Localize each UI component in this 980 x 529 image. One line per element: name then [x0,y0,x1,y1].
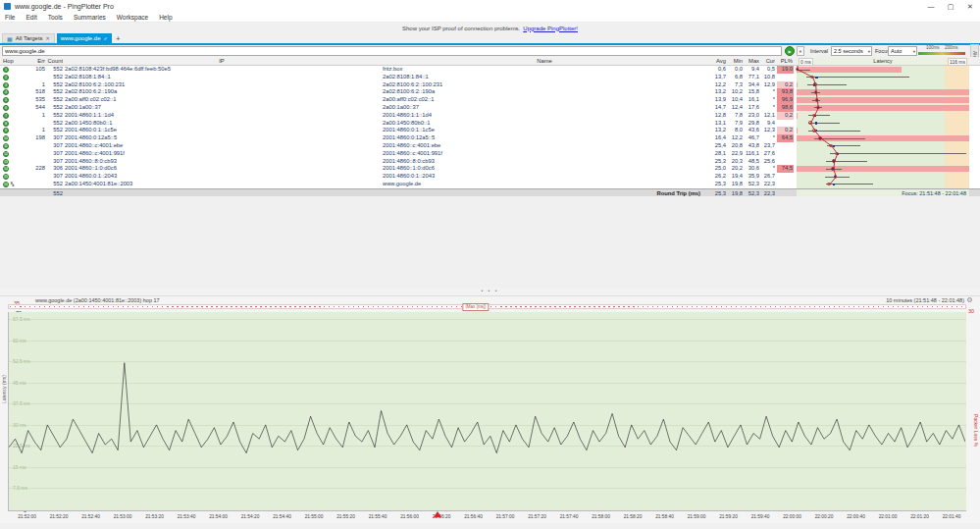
ip-cell: 2001:4860::c:4001:991f [65,150,379,158]
hop-badge: 12 [3,151,9,157]
ip-cell: 2a00:1450:4001:81e::2003 [65,181,379,188]
upgrade-link[interactable]: Upgrade PingPlotter! [523,26,578,31]
table-row[interactable]: 915522001:4860:0:1::1c5e2001:4860:0:1::1… [0,127,980,134]
target-input[interactable] [2,46,782,56]
name-cell: www.google.de [383,181,706,188]
err-cell: 1 [18,127,45,134]
new-tab-button[interactable]: + [114,33,123,43]
interval-select[interactable]: 2.5 seconds▾ [831,46,872,56]
timeline-options-icon[interactable] [967,297,972,302]
table-row[interactable]: 715522001:4860:1:1::1d42001:4860:1:1::1d… [0,112,980,120]
table-row[interactable]: 123072001:4860::c:4001:991f2001:4860::c:… [0,150,980,158]
table-row[interactable]: 133072001:4860::8:0:cb932001:4860::8:0:c… [0,158,980,166]
table-row[interactable]: 45185522a02:8100:6:2::190a2a02:8100:6:2:… [0,88,980,96]
loss-bar [797,166,969,172]
err-cell [18,181,45,188]
err-cell [18,120,45,128]
col-min[interactable]: Min [728,57,743,65]
cur-cell: 10,8 [761,74,775,81]
count-cell: 552 [47,81,63,89]
current-marker [813,82,817,86]
avg-cell: 25,0 [702,165,726,173]
play-button[interactable]: ▶ [785,46,795,56]
hop-badge: 15 [3,174,9,180]
event-marker-icon[interactable] [434,511,441,517]
pane-splitter[interactable]: • • • [0,288,980,296]
err-cell [18,74,45,81]
cur-cell: 9,4 [761,120,775,128]
avg-cell: 12,8 [702,112,726,120]
current-marker [810,76,814,79]
avg-cell: 13,1 [702,120,726,128]
count-cell: 552 [47,120,63,128]
col-avg[interactable]: Avg [702,57,726,65]
min-cell: 12,4 [728,104,743,112]
table-row[interactable]: 315522a02:8100:6:2::100:2312a02:8100:6:2… [0,81,980,89]
menu-edit[interactable]: Edit [26,14,36,21]
table-row[interactable]: 153072001:4860:0:1::20432001:4860:0:1::2… [0,173,980,181]
latency-graph-header: 0 ms Latency 116 ms [797,57,969,65]
close-icon[interactable]: ✕ [960,0,980,13]
err-cell: 1 [18,81,45,89]
col-hop[interactable]: Hop [3,57,15,65]
tab-close-icon[interactable]: ✕ [46,35,50,41]
avg-cell: 13,9 [702,96,726,104]
focus-select[interactable]: Auto▾ [888,46,917,56]
latency-graph-cell [797,66,969,74]
menu-workspace[interactable]: Workspace [117,14,148,21]
table-row[interactable]: 16▚5522a00:1450:4001:81e::2003www.google… [0,181,980,188]
timeline-plot[interactable]: 67.5 ms60 ms52.5 ms45 ms37.5 ms30 ms22.5… [8,312,966,511]
col-err[interactable]: Err [18,57,45,65]
round-trip-label: Round Trip (ms) [589,189,700,196]
focus-range-label: Focus: 21:51:48 - 22:01:48 [902,189,966,196]
avg-cell: 13,2 [702,127,726,134]
err-cell [18,150,45,158]
table-row[interactable]: 101983072001:4860:0:12a5::52001:4860:0:1… [0,134,980,142]
col-name[interactable]: Name [383,57,706,65]
time-tick-label: 22:00:20 [815,514,834,519]
menu-tools[interactable]: Tools [48,14,63,21]
table-row[interactable]: 11055522a02:8108:423f:bd98:464e:6dff:fee… [0,66,980,74]
ip-cell: 2a02:8100:6:2::190a [65,88,379,96]
col-cur[interactable]: Cur [761,57,775,65]
hop-badge: 13 [3,159,9,165]
menu-help[interactable]: Help [159,14,172,21]
loss-bar [797,128,798,133]
name-cell: 2001:4860:0:1::1c5e [383,127,706,134]
maximize-icon[interactable]: ▢ [941,0,960,13]
table-row[interactable]: 85522a00:1450:80b0::12a00:1450:80b0::113… [0,120,980,128]
loss-bar [797,105,969,111]
menu-summaries[interactable]: Summaries [74,14,106,21]
play-dropdown-icon[interactable]: ▾ [797,46,804,56]
col-max[interactable]: Max [745,57,759,65]
time-tick-label: 22:01:00 [879,514,898,519]
table-row[interactable]: 113072001:4860::c:4001:ebe2001:4860::c:4… [0,142,980,150]
menu-file[interactable]: File [5,14,15,21]
min-cell: 20,3 [728,158,743,166]
table-header: Hop Err Count IP Name Avg Min Max Cur PL… [0,57,980,66]
table-row[interactable]: 55355522a00:aff0:c02:c02::12a00:aff0:c02… [0,96,980,104]
packet-loss-axis-label: Packet Loss % [973,414,979,447]
pl-cell [777,150,794,158]
max-cell: 34,4 [745,81,759,89]
col-pl[interactable]: PL% [777,57,794,65]
err-cell: 535 [18,96,45,104]
current-marker [835,152,839,156]
tab-all-targets[interactable]: ▦ All Targets ✕ [2,33,55,43]
minimize-icon[interactable]: — [921,0,941,13]
pl-cell [777,158,794,166]
table-row[interactable]: 25522a02:8108:1:84::12a02:8108:1:84::113… [0,74,980,81]
time-tick-label: 21:58:00 [592,514,610,519]
col-count[interactable]: Count [47,57,63,65]
time-tick-label: 21:54:20 [241,514,260,519]
tab-www-google-de[interactable]: www.google.de ✓ [57,33,112,43]
grid-icon: ▦ [7,35,13,42]
col-ip[interactable]: IP [65,57,379,65]
max-cell: 16,1 [745,96,759,104]
table-row[interactable]: 65445522a00:1a00::372a00:1a00::3714,712,… [0,104,980,112]
count-cell: 552 [47,127,63,134]
time-tick-label: 21:52:00 [18,514,36,519]
name-cell: 2a00:aff0:c02:c02::1 [383,96,706,104]
table-row[interactable]: 142283062001:4860::1:0:d0c62001:4860::1:… [0,165,980,173]
name-cell: 2001:4860::1:0:d0c6 [383,165,706,173]
